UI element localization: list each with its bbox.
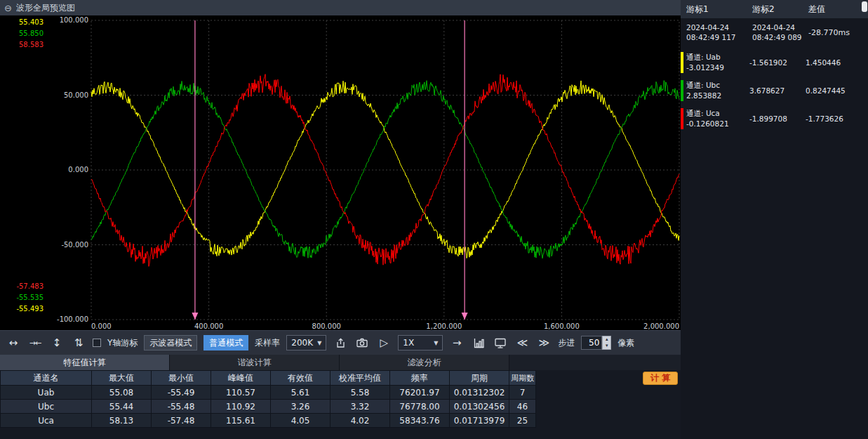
x-tick-label: 1,600.000 [544,322,580,330]
cursor-channel-uca: 通道: Uca -0.1260821 -1.899708 -1.773626 [681,108,868,129]
monitor-icon[interactable] [493,334,508,351]
x-tick-label: 1,200.000 [426,322,462,330]
camera-icon[interactable] [354,334,370,351]
fast-backward-icon[interactable]: ≪ [514,334,530,351]
cell: -55.48 [152,400,211,414]
y-tick-label: -100.000 [57,315,88,323]
chart-header-bar: ⊖ 波形全局预览图 [0,0,681,15]
step-up-icon[interactable]: ▴ [603,336,610,343]
sample-rate-label: 采样率 [255,337,280,349]
channel-cursor2-value: -1.899708 [749,114,806,123]
play-icon[interactable]: ▷ [376,334,392,351]
cell: 58343.76 [390,414,450,428]
channel-cursor2-value: 3.678627 [749,86,806,95]
step-control: 50 ▴ ▾ [581,336,611,350]
waveform-chart[interactable]: 0.000400.000800.0001,200.0001,600.0002,0… [0,15,681,330]
cell: 58.13 [92,414,152,428]
channel-label: 通道: Uab [686,52,749,63]
channel-diff-value: -1.773626 [806,114,866,123]
channel-cursor2-value: -1.561902 [749,58,806,67]
col-cycles: 周期数 [509,371,536,386]
cursor-time-row: 2024-04-24 08:42:49 117 2024-04-24 08:42… [681,18,868,45]
cell: 5.61 [271,386,330,400]
calculate-button[interactable]: 计 算 [643,372,678,385]
cell: Uca [1,414,92,428]
sample-rate-select[interactable]: 200K ▼ [286,335,326,350]
cell: 3.32 [330,400,390,414]
cursor1-time: 2024-04-24 08:42:49 117 [686,22,742,42]
waveform-chart-area[interactable]: 0.000400.000800.0001,200.0001,600.0002,0… [0,15,681,330]
h-compress-icon[interactable]: →← [27,334,43,351]
zoom-value: 1X [403,338,414,348]
col-period: 周期 [450,371,509,386]
v-compress-icon[interactable]: ⇅ [71,334,86,351]
col-rms: 有效值 [271,371,330,386]
table-row[interactable]: Uab 55.08 -55.49 110.57 5.61 5.58 76201.… [1,386,536,400]
scrollbar-thumb[interactable] [862,1,867,12]
cursor1-header: 游标1 [686,4,752,15]
channel-cursor1-value: -0.1260821 [686,119,749,129]
cursor2-time: 2024-04-24 08:42:49 089 [752,22,808,42]
channel-max-label: 55.403 [19,18,44,26]
tabs-filler [509,355,681,370]
zoom-select[interactable]: 1X ▼ [398,335,443,350]
channel-cursor1-value: 2.853882 [686,91,749,101]
cursor-arrow-2[interactable] [462,313,468,320]
feature-table-area: 通道名 最大值 最小值 峰峰值 有效值 校准平均值 频率 周期 周期数 Uab … [0,370,681,427]
y-tick-label: -50.000 [61,241,88,249]
tab-feature-calc[interactable]: 特征值计算 [0,355,170,370]
histogram-icon[interactable] [471,334,486,351]
cell: Uab [1,386,92,400]
cell: 0.01312302 [450,386,509,400]
feature-table: 通道名 最大值 最小值 峰峰值 有效值 校准平均值 频率 周期 周期数 Uab … [0,370,536,428]
col-pkpk: 峰峰值 [211,371,271,386]
cursor-channel-ubc: 通道: Ubc 2.853882 3.678627 0.8247445 [681,80,868,101]
bottom-filler [0,427,681,439]
cell: 5.58 [330,386,390,400]
cursor-panel-header: 游标1 游标2 差值 [681,0,868,18]
step-down-icon[interactable]: ▾ [603,343,610,349]
table-row[interactable]: Ubc 55.44 -55.48 110.92 3.26 3.32 76778.… [1,400,536,414]
y-axis-cursor-checkbox[interactable] [93,339,101,347]
col-max: 最大值 [92,371,152,386]
h-expand-icon[interactable]: ↔ [6,334,21,351]
channel-min-label: -57.483 [16,282,44,290]
oscilloscope-mode-button[interactable]: 示波器模式 [144,335,197,350]
tab-harmonic-calc[interactable]: 谐波计算 [170,355,340,370]
chevron-down-icon: ▼ [434,340,438,346]
fast-forward-icon[interactable]: ≫ [536,334,552,351]
col-min: 最小值 [152,371,211,386]
cursor-arrow-1[interactable] [192,313,198,320]
v-expand-icon[interactable]: ↕ [49,334,65,351]
normal-mode-button[interactable]: 普通模式 [203,335,248,350]
cell: 25 [509,414,536,428]
app-root: ⊖ 波形全局预览图 0.000400.000800.0001,200.0001,… [0,0,868,439]
analysis-tabs: 特征值计算 谐波计算 滤波分析 [0,355,681,370]
cell: 4.05 [271,414,330,428]
table-row[interactable]: Uca 58.13 -57.48 115.61 4.05 4.02 58343.… [1,414,536,428]
channel-cursor1-value: -3.012349 [686,63,749,73]
cell: 110.92 [211,400,271,414]
step-stepper[interactable]: ▴ ▾ [602,336,611,350]
y-axis-cursor-label: Y轴游标 [107,337,138,349]
cursor-panel: 游标1 游标2 差值 2024-04-24 08:42:49 117 2024-… [681,0,868,439]
col-channel: 通道名 [1,371,92,386]
x-tick-label: 0.000 [91,322,112,330]
export-icon[interactable] [333,334,348,351]
cell: 76778.00 [390,400,450,414]
cell: -55.49 [152,386,211,400]
cell: 0.01713979 [450,414,509,428]
x-tick-label: 400.000 [194,322,223,330]
tab-filter-analysis[interactable]: 滤波分析 [340,355,509,370]
step-input[interactable]: 50 [581,336,602,350]
col-freq: 频率 [390,371,450,386]
arrow-right-icon[interactable]: → [449,334,465,351]
cell: 0.01302456 [450,400,509,414]
x-tick-label: 2,000.000 [643,322,679,330]
cell: 3.26 [271,400,330,414]
y-tick-label: 50.000 [64,91,88,99]
sample-rate-value: 200K [291,338,313,348]
collapse-icon[interactable]: ⊖ [4,4,12,13]
y-tick-label: 0.000 [68,166,88,173]
cell: 46 [509,400,536,414]
